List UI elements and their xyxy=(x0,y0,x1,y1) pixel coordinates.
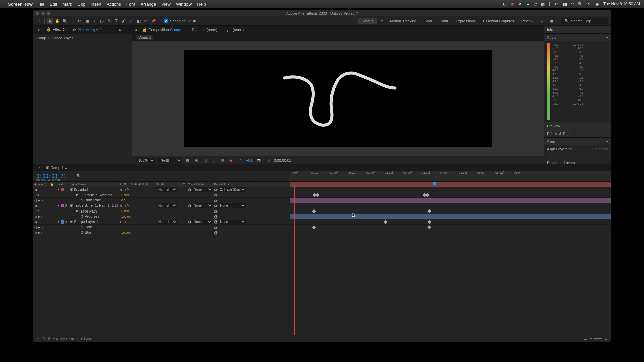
snapping-input[interactable] xyxy=(164,19,168,23)
spotlight-icon[interactable]: 🔍 xyxy=(578,2,583,6)
property-value[interactable]: Reset xyxy=(120,209,129,213)
pickwhip-icon[interactable]: @ xyxy=(214,231,218,235)
matte-header[interactable]: Track Matte xyxy=(186,183,213,186)
keyframe-icon[interactable] xyxy=(315,193,319,197)
footage-tab[interactable]: Footage (none) xyxy=(192,28,217,32)
timeline-track[interactable] xyxy=(290,187,611,192)
parent-select[interactable]: 2. Trace Shap xyxy=(219,187,246,192)
ws-motion[interactable]: Motion Tracking xyxy=(387,18,420,24)
comp-crumb[interactable]: Comp 1 xyxy=(136,35,153,40)
control-center-icon[interactable]: ⌥ xyxy=(587,2,591,6)
track-matte-select[interactable]: None xyxy=(192,220,212,224)
align-vcenter-icon[interactable] xyxy=(579,153,585,159)
menu-mark[interactable]: Mark xyxy=(62,2,72,7)
zoom-tool-icon[interactable]: 🔍 xyxy=(61,18,68,24)
layer-name[interactable]: ▣ [Sparks] xyxy=(68,187,119,192)
tl-nav-icon[interactable]: × xyxy=(36,165,43,170)
add-kf-icon[interactable]: ◆ xyxy=(38,199,40,202)
ws-expr[interactable]: Expressions xyxy=(452,18,479,24)
timeline-start-marker[interactable] xyxy=(294,186,295,335)
zoom-select[interactable]: 100% xyxy=(136,158,155,163)
timeline-tab[interactable]: ▣ Comp 1 ≡ xyxy=(43,165,69,170)
preview-panel-header[interactable]: Preview xyxy=(544,122,611,130)
ws-color[interactable]: Color xyxy=(420,18,436,24)
visibility-icon[interactable]: ◉ xyxy=(34,188,38,192)
keyframe-icon[interactable] xyxy=(425,193,429,197)
pickwhip-icon[interactable]: @ xyxy=(214,187,218,192)
pickwhip-icon[interactable]: @ xyxy=(214,225,218,229)
layer-color-label[interactable] xyxy=(61,204,64,207)
layer-switches[interactable]: ⊛ / xyxy=(119,220,156,224)
next-kf-icon[interactable]: ▷ xyxy=(41,215,43,218)
property-value[interactable]: 0.0 xyxy=(120,199,126,202)
bluetooth-icon[interactable]: ᛒ xyxy=(549,2,551,6)
blend-mode-select[interactable]: Normal xyxy=(157,203,177,208)
layer-bar[interactable] xyxy=(290,214,611,219)
wifi-icon[interactable]: ⌔ xyxy=(571,2,574,6)
prev-kf-icon[interactable]: ◁ xyxy=(34,231,37,234)
track-matte-select[interactable]: None xyxy=(192,203,212,208)
align-panel-header[interactable]: Align≡ xyxy=(544,138,611,145)
mode-header[interactable]: Mode xyxy=(156,183,182,186)
timeline-row[interactable]: ◁ ◆ ▷ ⊙ Start 100.0% @ xyxy=(33,230,290,235)
ws-eg[interactable]: Essential Graphics xyxy=(480,18,517,24)
layer-color-label[interactable] xyxy=(61,188,64,191)
matte-icon[interactable]: ◑ xyxy=(188,203,191,207)
timeline-row[interactable]: ◉ ▼2 ▣ Trace S…er 1: Path 1 [1.1] ⊛ / fx… xyxy=(33,203,290,208)
ws-default[interactable]: Default xyxy=(358,18,377,24)
expand-icon[interactable]: ▼ xyxy=(57,204,60,207)
pickwhip-icon[interactable]: @ xyxy=(214,198,218,202)
layer-name[interactable]: ★ Shape Layer 1 xyxy=(68,220,119,224)
exposure-value[interactable]: +0.0 xyxy=(246,158,253,162)
footer-icon-1[interactable]: ⊹ xyxy=(36,337,39,340)
next-kf-icon[interactable]: ▷ xyxy=(41,199,43,202)
prev-kf-icon[interactable]: ◁ xyxy=(34,226,37,229)
ws-frameio-icon[interactable]: ▣ xyxy=(547,18,557,24)
panel-menu-icon[interactable]: ≡ xyxy=(126,27,132,33)
menu-file[interactable]: File xyxy=(37,2,44,7)
menu-arrange[interactable]: Arrange xyxy=(141,2,156,7)
camera-tool-icon[interactable]: ▦ xyxy=(84,18,90,24)
channel-icon[interactable]: ◉ xyxy=(228,158,234,163)
ws-more-icon[interactable]: ≡ xyxy=(377,18,386,24)
pickwhip-icon[interactable]: @ xyxy=(214,203,218,208)
visibility-icon[interactable]: ◉ xyxy=(34,204,38,208)
property-value[interactable]: Reset xyxy=(120,193,129,197)
effect-controls-tab[interactable]: 🔒 Effect Controls Shape Layer 1 xyxy=(44,26,104,33)
menu-window[interactable]: Window xyxy=(176,2,192,7)
brush-tool-icon[interactable]: 🖌 xyxy=(120,18,127,24)
timeline-playhead[interactable] xyxy=(435,182,435,335)
blend-mode-select[interactable]: Normal xyxy=(157,187,177,192)
property-name[interactable]: ⊙ Path xyxy=(68,225,119,229)
name-header[interactable]: Layer Name xyxy=(68,183,119,186)
puppet-tool-icon[interactable]: 📌 xyxy=(150,18,157,24)
matte-icon[interactable]: ◑ xyxy=(188,187,191,191)
ws-overflow-icon[interactable]: » xyxy=(537,18,546,24)
next-kf-icon[interactable]: ▷ xyxy=(41,231,43,234)
camera-icon[interactable]: ⊡ xyxy=(503,2,506,6)
record-icon[interactable]: ◉ xyxy=(511,2,514,6)
guides-icon[interactable]: ▤ xyxy=(220,158,225,163)
layer-bar[interactable] xyxy=(290,198,611,203)
visibility-icon[interactable]: ◉ xyxy=(34,220,38,224)
panel-nav-icon[interactable]: × xyxy=(36,27,42,33)
pickwhip-icon[interactable]: @ xyxy=(214,209,218,213)
parent-select[interactable]: None xyxy=(219,220,246,224)
matte-icon[interactable]: ◑ xyxy=(188,220,191,224)
timeline-row[interactable]: fx ▼CC Particle Systems II Reset @ xyxy=(33,192,290,198)
home-icon[interactable]: ⌂ xyxy=(36,18,42,24)
blend-mode-select[interactable]: Normal xyxy=(157,220,177,224)
timeline-row[interactable]: ◉ ▼3 ★ Shape Layer 1 ⊛ / Normal ◑ None @… xyxy=(33,219,290,225)
timeline-row[interactable]: ◁ ◆ ▷ ⊙ Birth Rate 0.0 @ xyxy=(33,198,290,203)
menu-help[interactable]: Help xyxy=(197,2,206,7)
rotate-tool-icon[interactable]: ↻ xyxy=(76,18,83,24)
timeline-tracks[interactable] xyxy=(290,182,611,335)
layer-name[interactable]: ▣ Trace S…er 1: Path 1 [1.1] xyxy=(68,203,119,208)
layer-tab[interactable]: Layer (none) xyxy=(223,28,244,32)
panel-menu-icon[interactable]: ≡ xyxy=(606,139,608,143)
search-help[interactable]: 🔍 Search Help xyxy=(561,18,608,24)
parent-select[interactable]: None xyxy=(219,203,246,208)
pen-tool-icon[interactable]: ✎ xyxy=(106,18,112,24)
show-snapshot-icon[interactable]: ▢ xyxy=(265,158,271,163)
prev-kf-icon[interactable]: ◁ xyxy=(34,199,37,202)
